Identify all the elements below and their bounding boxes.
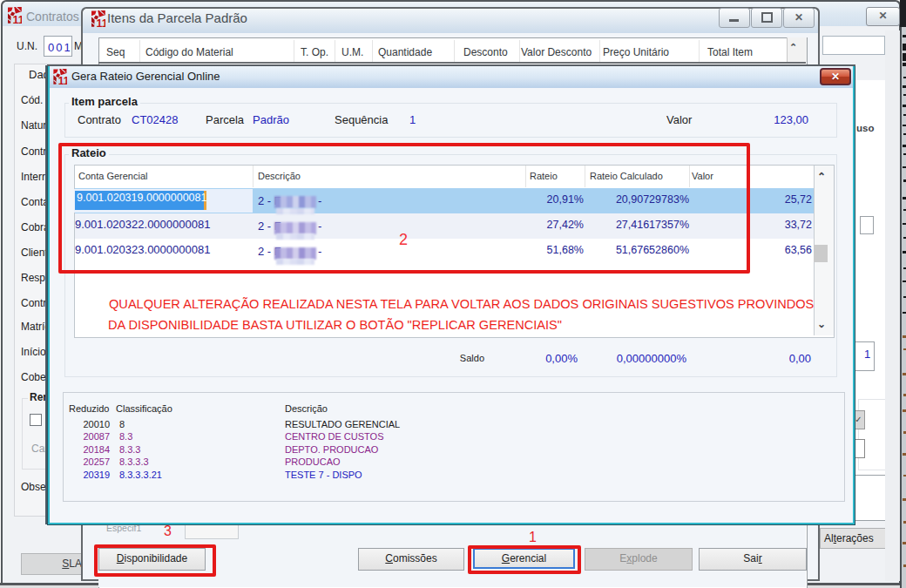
svg-text:11: 11 [58, 75, 67, 85]
svg-text:11: 11 [97, 17, 105, 28]
svg-text:11: 11 [13, 14, 22, 24]
